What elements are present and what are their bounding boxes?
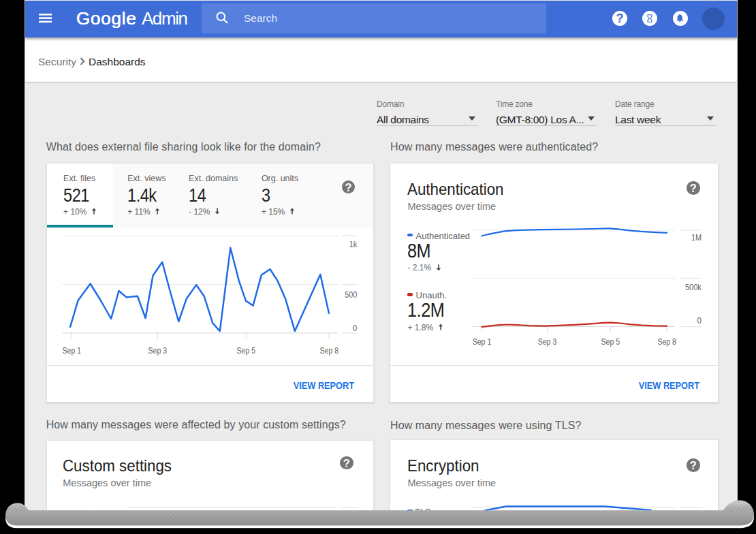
svg-text:0: 0 (697, 315, 702, 326)
svg-text:500k: 500k (685, 282, 702, 292)
svg-text:1k: 1k (349, 239, 357, 249)
svg-text:0: 0 (352, 323, 357, 333)
svg-text:500: 500 (345, 289, 357, 300)
svg-text:Sep 5: Sep 5 (601, 336, 620, 347)
svg-text:Sep 5: Sep 5 (236, 345, 255, 356)
svg-text:Sep 8: Sep 8 (319, 345, 338, 356)
svg-text:Sep 1: Sep 1 (473, 336, 492, 347)
svg-text:Sep 1: Sep 1 (62, 345, 81, 356)
svg-text:1M: 1M (691, 232, 702, 242)
svg-text:Sep 3: Sep 3 (538, 336, 557, 347)
svg-text:Sep 8: Sep 8 (657, 336, 676, 347)
svg-text:Sep 3: Sep 3 (148, 345, 167, 356)
